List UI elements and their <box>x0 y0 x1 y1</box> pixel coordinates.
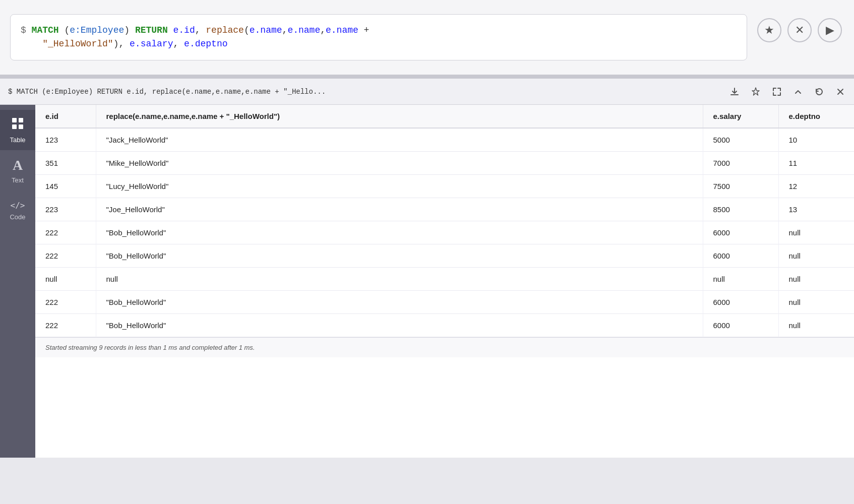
table-row: nullnullnullnull <box>35 268 854 291</box>
cell-edeptno: 10 <box>778 128 854 152</box>
cell-eid: 222 <box>35 291 96 314</box>
cell-eid: null <box>35 268 96 291</box>
prop: e.id <box>168 25 195 35</box>
cell-edeptno: null <box>778 244 854 268</box>
cell-replace: null <box>96 268 703 291</box>
svg-rect-0 <box>12 118 17 122</box>
result-header-actions <box>725 82 854 101</box>
sidebar-item-table-label: Table <box>10 136 25 144</box>
cell-edeptno: null <box>778 268 854 291</box>
cell-esalary: 7000 <box>703 152 778 175</box>
table-row: 123"Jack_HelloWorld"500010 <box>35 128 854 152</box>
return-keyword: RETURN <box>135 25 168 35</box>
close-query-button[interactable]: ✕ <box>787 18 812 42</box>
col-header-esalary: e.salary <box>703 105 778 128</box>
cell-replace: "Bob_HelloWorld" <box>96 314 703 337</box>
status-bar: Started streaming 9 records in less than… <box>35 337 854 357</box>
download-button[interactable] <box>725 82 744 101</box>
match-keyword: MATCH <box>32 25 59 35</box>
main-content: Table A Text </> Code e.id replace(e.nam… <box>0 105 854 458</box>
table-row: 222"Bob_HelloWorld"6000null <box>35 314 854 337</box>
cell-replace: "Joe_HelloWorld" <box>96 198 703 221</box>
expand-button[interactable] <box>767 82 786 101</box>
cell-esalary: 5000 <box>703 128 778 152</box>
text-icon: A <box>13 157 23 173</box>
table-row: 223"Joe_HelloWorld"850013 <box>35 198 854 221</box>
cell-replace: "Bob_HelloWorld" <box>96 244 703 268</box>
cell-eid: 351 <box>35 152 96 175</box>
cell-eid: 145 <box>35 175 96 198</box>
sidebar-item-text[interactable]: A Text <box>0 150 35 191</box>
query-editor-area: $ MATCH (e:Employee) RETURN e.id, replac… <box>0 0 854 75</box>
query-editor-buttons: ★ ✕ ▶ <box>757 8 854 42</box>
cell-esalary: null <box>703 268 778 291</box>
cell-replace: "Bob_HelloWorld" <box>96 291 703 314</box>
results-table: e.id replace(e.name,e.name,e.name + "_He… <box>35 105 854 337</box>
pin-button[interactable] <box>746 82 765 101</box>
table-header-row: e.id replace(e.name,e.name,e.name + "_He… <box>35 105 854 128</box>
table-container: e.id replace(e.name,e.name,e.name + "_He… <box>35 105 854 458</box>
col-header-replace: replace(e.name,e.name,e.name + "_HelloWo… <box>96 105 703 128</box>
cell-eid: 222 <box>35 314 96 337</box>
cell-edeptno: 11 <box>778 152 854 175</box>
result-header: $ MATCH (e:Employee) RETURN e.id, replac… <box>0 79 854 105</box>
punct: ( <box>59 25 70 35</box>
table-row: 145"Lucy_HelloWorld"750012 <box>35 175 854 198</box>
sidebar-item-code-label: Code <box>10 213 25 221</box>
cell-esalary: 8500 <box>703 198 778 221</box>
collapse-button[interactable] <box>788 82 808 101</box>
cell-esalary: 6000 <box>703 291 778 314</box>
cell-eid: 222 <box>35 244 96 268</box>
table-row: 222"Bob_HelloWorld"6000null <box>35 221 854 244</box>
separator <box>0 75 854 79</box>
cell-edeptno: null <box>778 221 854 244</box>
entity: e:Employee <box>70 25 124 35</box>
cell-esalary: 6000 <box>703 244 778 268</box>
svg-rect-3 <box>19 124 23 129</box>
cell-replace: "Mike_HelloWorld" <box>96 152 703 175</box>
query-editor-box[interactable]: $ MATCH (e:Employee) RETURN e.id, replac… <box>10 14 747 60</box>
table-header: e.id replace(e.name,e.name,e.name + "_He… <box>35 105 854 128</box>
col-header-eid: e.id <box>35 105 96 128</box>
code-icon: </> <box>11 201 25 210</box>
cell-edeptno: null <box>778 314 854 337</box>
result-query-preview: $ MATCH (e:Employee) RETURN e.id, replac… <box>0 88 725 96</box>
table-body: 123"Jack_HelloWorld"500010351"Mike_Hello… <box>35 128 854 337</box>
cell-replace: "Lucy_HelloWorld" <box>96 175 703 198</box>
cell-eid: 123 <box>35 128 96 152</box>
cell-replace: "Bob_HelloWorld" <box>96 221 703 244</box>
col-header-edeptno: e.deptno <box>778 105 854 128</box>
close-result-button[interactable] <box>831 82 850 101</box>
table-icon <box>11 117 24 133</box>
cell-esalary: 6000 <box>703 221 778 244</box>
cell-esalary: 6000 <box>703 314 778 337</box>
svg-rect-1 <box>19 118 23 122</box>
run-button[interactable]: ▶ <box>818 18 842 42</box>
svg-rect-2 <box>12 124 17 129</box>
cell-esalary: 7500 <box>703 175 778 198</box>
cell-edeptno: 13 <box>778 198 854 221</box>
table-row: 351"Mike_HelloWorld"700011 <box>35 152 854 175</box>
sidebar-item-text-label: Text <box>12 176 24 184</box>
table-row: 222"Bob_HelloWorld"6000null <box>35 244 854 268</box>
status-message: Started streaming 9 records in less than… <box>45 344 255 351</box>
cell-edeptno: null <box>778 291 854 314</box>
left-sidebar: Table A Text </> Code <box>0 105 35 458</box>
dollar-sign: $ <box>21 25 32 35</box>
star-button[interactable]: ★ <box>757 18 781 42</box>
query-line-2: "_HelloWorld"), e.salary, e.deptno <box>21 37 737 51</box>
cell-replace: "Jack_HelloWorld" <box>96 128 703 152</box>
refresh-button[interactable] <box>810 82 829 101</box>
sidebar-item-table[interactable]: Table <box>0 110 35 150</box>
cell-eid: 222 <box>35 221 96 244</box>
query-line-1: $ MATCH (e:Employee) RETURN e.id, replac… <box>21 24 737 37</box>
cell-edeptno: 12 <box>778 175 854 198</box>
sidebar-item-code[interactable]: </> Code <box>0 191 35 231</box>
cell-eid: 223 <box>35 198 96 221</box>
table-row: 222"Bob_HelloWorld"6000null <box>35 291 854 314</box>
func: replace <box>206 25 244 35</box>
